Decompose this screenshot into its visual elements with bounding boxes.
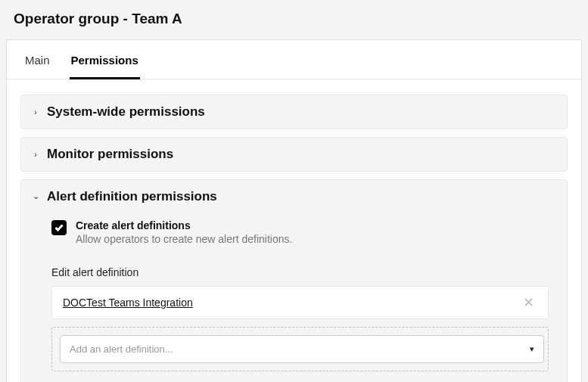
section-alert: ⌄ Alert definition permissions Create al… [20, 179, 568, 382]
create-alert-label: Create alert definitions [76, 219, 292, 231]
chevron-right-icon: › [32, 151, 39, 159]
close-icon: ✕ [523, 295, 534, 310]
create-alert-description: Allow operators to create new alert defi… [76, 233, 292, 245]
section-system-wide: › System-wide permissions [20, 95, 568, 129]
section-monitor-header[interactable]: › Monitor permissions [21, 138, 567, 171]
section-monitor-title: Monitor permissions [47, 147, 173, 162]
section-alert-body: Create alert definitions Allow operators… [21, 213, 567, 382]
section-monitor: › Monitor permissions [20, 137, 568, 172]
page-title: Operator group - Team A [14, 11, 574, 27]
chevron-down-icon: ⌄ [32, 192, 39, 200]
chevron-right-icon: › [32, 108, 39, 116]
create-alert-row: Create alert definitions Allow operators… [51, 219, 549, 245]
remove-definition-button[interactable]: ✕ [520, 296, 537, 309]
tab-permissions[interactable]: Permissions [70, 40, 140, 79]
add-alert-definition-select[interactable]: Add an alert definition... ▾ [60, 335, 544, 363]
check-icon [54, 224, 64, 231]
edit-alert-label: Edit alert definition [51, 266, 549, 278]
tab-main[interactable]: Main [23, 40, 51, 79]
section-alert-header[interactable]: ⌄ Alert definition permissions [21, 180, 567, 213]
chevron-down-icon: ▾ [530, 344, 534, 354]
tab-bar: Main Permissions [7, 40, 581, 79]
alert-definition-link[interactable]: DOCTest Teams Integration [63, 297, 193, 309]
section-alert-title: Alert definition permissions [47, 189, 217, 204]
main-panel: Main Permissions › System-wide permissio… [6, 39, 582, 382]
add-alert-placeholder: Add an alert definition... [70, 343, 173, 355]
add-definition-container: Add an alert definition... ▾ [51, 327, 549, 371]
section-system-wide-header[interactable]: › System-wide permissions [21, 95, 567, 129]
alert-definition-row: DOCTest Teams Integration ✕ [51, 286, 549, 319]
edit-alert-block: Edit alert definition DOCTest Teams Inte… [51, 266, 549, 371]
section-system-wide-title: System-wide permissions [47, 104, 205, 120]
create-alert-checkbox[interactable] [51, 220, 67, 235]
